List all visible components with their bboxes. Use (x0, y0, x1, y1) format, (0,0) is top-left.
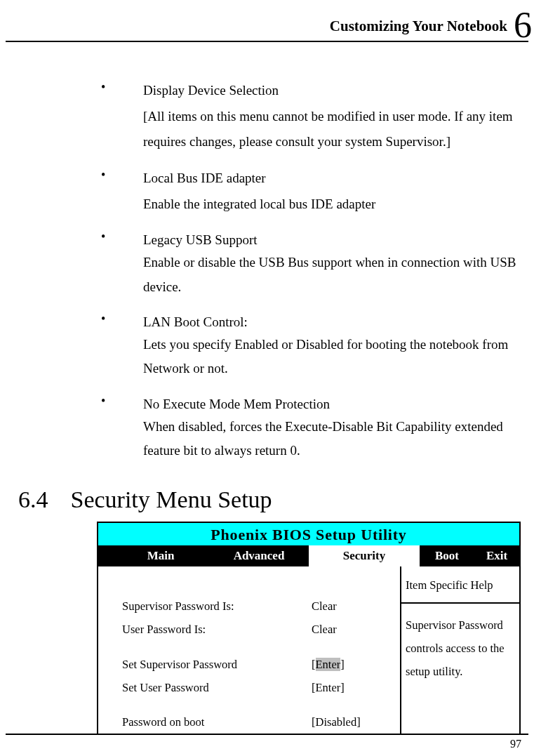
bullet-icon: • (101, 312, 105, 326)
list-item: • No Execute Mode Mem Protection When di… (101, 394, 521, 463)
setting-value: Clear (312, 595, 337, 618)
item-title: Local Bus IDE adapter (143, 168, 521, 189)
item-title: Display Device Selection (143, 80, 521, 101)
feature-list: • Display Device Selection [All items on… (13, 80, 521, 463)
list-item: • LAN Boot Control: Lets you specify Ena… (101, 312, 521, 381)
section-number: 6.4 (18, 486, 48, 513)
page-header: Customizing Your Notebook 6 (6, 8, 528, 42)
setting-value: [Enter] (312, 676, 345, 699)
setting-row: Supervisor Password Is: Clear (122, 595, 400, 618)
item-title: LAN Boot Control: (143, 312, 521, 333)
section-title: Security Menu Setup (71, 486, 272, 513)
item-description: [All items on this menu cannot be modifi… (143, 104, 521, 154)
list-item: • Legacy USB Support Enable or disable t… (101, 230, 521, 299)
tab-exit[interactable]: Exit (474, 545, 519, 566)
bullet-icon: • (101, 394, 105, 409)
setting-label: User Password Is: (122, 618, 312, 641)
section-heading: 6.4 Security Menu Setup (13, 486, 521, 513)
setting-row[interactable]: Set User Password [Enter] (122, 676, 400, 699)
tab-main[interactable]: Main (112, 545, 209, 566)
bios-help-pane: Item Specific Help Supervisor Password c… (400, 566, 519, 734)
bios-settings-pane: Supervisor Password Is: Clear User Passw… (98, 566, 400, 734)
bios-tab-bar: Main Advanced Security Boot Exit (98, 545, 519, 566)
help-title: Item Specific Help (401, 566, 519, 604)
setting-value: [Enter] (312, 653, 345, 676)
bullet-icon: • (101, 230, 105, 244)
list-item: • Local Bus IDE adapter Enable the integ… (101, 168, 521, 217)
item-description: Lets you specify Enabled or Disabled for… (143, 333, 521, 380)
running-head: Customizing Your Notebook (330, 18, 507, 35)
tab-security[interactable]: Security (309, 545, 420, 566)
bios-title: Phoenix BIOS Setup Utility (98, 523, 519, 545)
list-item: • Display Device Selection [All items on… (101, 80, 521, 155)
selected-value: Enter (316, 658, 341, 671)
page-number: 97 (510, 738, 521, 750)
tab-spacer (98, 545, 112, 566)
item-description: Enable or disable the USB Bus support wh… (143, 251, 521, 298)
item-title: No Execute Mode Mem Protection (143, 394, 521, 415)
bullet-icon: • (101, 168, 105, 183)
item-description: When disabled, forces the Execute-Disabl… (143, 415, 521, 463)
setting-label: Set Supervisor Password (122, 653, 312, 676)
tab-advanced[interactable]: Advanced (209, 545, 309, 566)
page-footer (6, 734, 528, 735)
bios-body: Supervisor Password Is: Clear User Passw… (98, 566, 519, 734)
setting-label: Password on boot (122, 710, 312, 734)
setting-value: [Disabled] (312, 710, 361, 734)
item-description: Enable the integrated local bus IDE adap… (143, 192, 521, 217)
page-content: • Display Device Selection [All items on… (6, 42, 528, 735)
setting-row: User Password Is: Clear (122, 618, 400, 641)
tab-boot[interactable]: Boot (420, 545, 474, 566)
bracket-open: [ (312, 658, 316, 671)
bios-window: Phoenix BIOS Setup Utility Main Advanced… (97, 522, 521, 735)
setting-row[interactable]: Password on boot [Disabled] (122, 710, 400, 734)
setting-label: Supervisor Password Is: (122, 595, 312, 618)
setting-label: Set User Password (122, 676, 312, 699)
setting-row[interactable]: Set Supervisor Password [Enter] (122, 653, 400, 676)
item-title: Legacy USB Support (143, 230, 521, 251)
help-body: Supervisor Password controls access to t… (401, 604, 519, 683)
bracket-close: ] (340, 658, 345, 671)
bullet-icon: • (101, 80, 105, 95)
chapter-number: 6 (514, 7, 532, 44)
setting-value: Clear (312, 618, 337, 641)
